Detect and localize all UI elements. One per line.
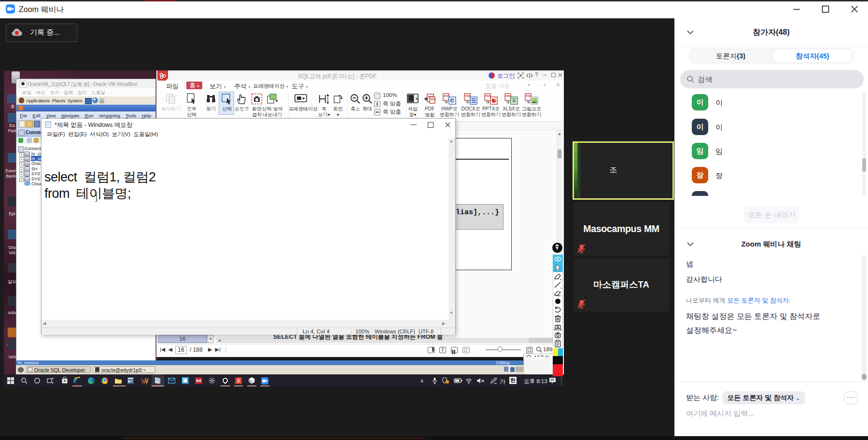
svg-text:PDF: PDF [526,95,532,97]
svg-text:한: 한 [451,99,455,103]
svg-text:PDF: PDF [431,98,436,101]
